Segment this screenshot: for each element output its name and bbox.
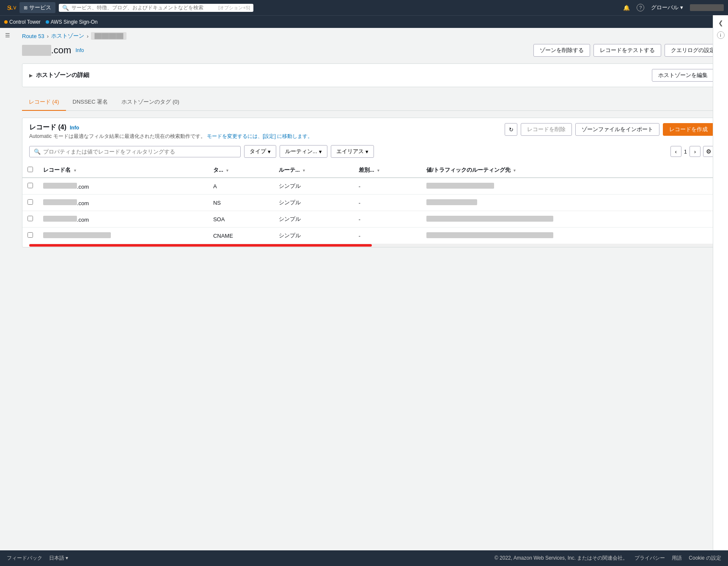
sub-nav-control-tower[interactable]: Control Tower [4, 19, 41, 25]
tab-tags[interactable]: ホストゾーンのタグ (0) [115, 94, 186, 111]
filter-type-button[interactable]: タイプ ▾ [244, 145, 276, 158]
services-label: サービス [29, 4, 51, 11]
sso-dot [46, 20, 49, 24]
page-header: ████.com Info ゾーンを削除する レコードをテストする クエリログの… [15, 44, 728, 63]
row2-diff: - [354, 195, 421, 211]
record-search-box[interactable]: 🔍 [29, 146, 241, 157]
row1-checkbox[interactable] [27, 183, 33, 188]
row2-name: .com [38, 195, 208, 211]
records-settings-link[interactable]: モードを変更するには、[設定] に移動します。 [207, 133, 313, 139]
notification-icon[interactable]: 🔔 [623, 5, 630, 11]
row3-checkbox[interactable] [27, 216, 33, 221]
host-zone-header[interactable]: ▶ ホストゾーンの詳細 ホストゾーンを編集 [22, 64, 721, 87]
create-record-button[interactable]: レコードを作成 [663, 123, 714, 136]
records-header: レコード (4) Info Automatic モードは最適なフィルタ結果に最適… [22, 118, 721, 145]
panel-info-button[interactable]: i [717, 31, 725, 39]
search-box[interactable]: 🔍 [オプション+S] [59, 4, 253, 12]
records-info-badge[interactable]: Info [70, 125, 79, 131]
edit-host-zone-button[interactable]: ホストゾーンを編集 [652, 69, 714, 82]
page-header-actions: ゾーンを削除する レコードをテストする クエリログの設定 [533, 44, 721, 57]
right-panel: ❮ i [713, 15, 728, 254]
filter-routing-arrow: ▾ [319, 148, 322, 155]
row4-checkbox[interactable] [27, 232, 33, 238]
row4-checkbox-cell [22, 228, 38, 244]
search-input[interactable] [71, 5, 216, 11]
tabs: レコード (4) DNSSEC 署名 ホストゾーンのタグ (0) [22, 94, 721, 111]
row1-routing: シンプル [274, 178, 354, 195]
records-actions: ↻ レコードを削除 ゾーンファイルをインポート レコードを作成 [505, 123, 714, 136]
row1-type: A [208, 178, 274, 195]
records-subtitle: Automatic モードは最適なフィルタ結果に最適化された現在の検索動作です。… [29, 133, 313, 140]
records-header-left: レコード (4) Info Automatic モードは最適なフィルタ結果に最適… [29, 123, 313, 140]
filter-alias-button[interactable]: エイリアス ▾ [331, 145, 374, 158]
breadcrumb-route53[interactable]: Route 53 [22, 33, 44, 39]
help-icon[interactable]: ? [637, 4, 644, 11]
sort-routing-icon: ▾ [303, 168, 305, 173]
select-all-checkbox[interactable] [27, 167, 33, 172]
hamburger-icon: ☰ [5, 32, 10, 38]
row4-name [38, 228, 208, 244]
test-record-button[interactable]: レコードをテストする [593, 44, 661, 57]
row3-type: SOA [208, 211, 274, 228]
row3-routing: シンプル [274, 211, 354, 228]
table-row: CNAME シンプル - [22, 228, 721, 244]
panel-collapse-button[interactable]: ❮ [718, 19, 723, 26]
global-selector[interactable]: グローバル ▾ [651, 4, 683, 11]
page-title: ████.com [22, 45, 71, 56]
delete-zone-button[interactable]: ゾーンを削除する [533, 44, 590, 57]
row3-value [421, 211, 721, 228]
table-row: .com SOA シンプル - [22, 211, 721, 228]
page-number: 1 [684, 148, 687, 155]
sub-nav-sso[interactable]: AWS Single Sign-On [46, 19, 98, 25]
horizontal-scrollbar[interactable] [29, 244, 714, 247]
records-table: レコード名 ▾ タ... ▾ ルーテ... ▾ 差別... [22, 163, 721, 244]
breadcrumb-sep-2: › [87, 33, 88, 39]
table-row: .com A シンプル - [22, 178, 721, 195]
row4-routing: シンプル [274, 228, 354, 244]
breadcrumb: Route 53 › ホストゾーン › ████████ [15, 28, 728, 44]
aws-logo [4, 4, 16, 11]
sidebar-toggle[interactable]: ☰ [0, 28, 15, 43]
refresh-icon: ↻ [509, 126, 514, 133]
row4-diff: - [354, 228, 421, 244]
header-checkbox-col [22, 163, 38, 178]
tab-records[interactable]: レコード (4) [22, 94, 66, 111]
header-type: タ... ▾ [208, 163, 274, 178]
top-nav: ⊞ サービス 🔍 [オプション+S] 🔔 ? グローバル ▾ [0, 0, 728, 15]
prev-page-button[interactable]: ‹ [670, 146, 681, 157]
info-badge-title[interactable]: Info [75, 47, 84, 53]
records-section: レコード (4) Info Automatic モードは最適なフィルタ結果に最適… [22, 118, 721, 247]
host-zone-title-text: ホストゾーンの詳細 [36, 71, 89, 79]
row4-type: CNAME [208, 228, 274, 244]
filter-alias-arrow: ▾ [365, 148, 368, 155]
row1-diff: - [354, 178, 421, 195]
record-search-input[interactable] [43, 148, 236, 155]
breadcrumb-hosted-zones[interactable]: ホストゾーン [51, 32, 84, 40]
row2-checkbox[interactable] [27, 199, 33, 205]
scrollbar-thumb [29, 244, 372, 247]
breadcrumb-current: ████████ [91, 32, 126, 40]
search-icon-records: 🔍 [34, 148, 41, 155]
sort-value-icon: ▾ [514, 168, 516, 173]
sso-label: AWS Single Sign-On [51, 19, 98, 25]
row1-name: .com [38, 178, 208, 195]
search-hint: [オプション+S] [218, 5, 250, 11]
tab-dnssec[interactable]: DNSSEC 署名 [66, 94, 115, 111]
sort-name-icon: ▾ [74, 168, 76, 173]
import-zone-button[interactable]: ゾーンファイルをインポート [575, 123, 659, 136]
next-page-button[interactable]: › [690, 146, 701, 157]
main-content: Route 53 › ホストゾーン › ████████ ████.com In… [15, 28, 728, 254]
main-layout: ☰ Route 53 › ホストゾーン › ████████ ████.com … [0, 28, 728, 254]
row1-checkbox-cell [22, 178, 38, 195]
filter-routing-button[interactable]: ルーティン... ▾ [280, 145, 327, 158]
row2-value [421, 195, 721, 211]
delete-record-button[interactable]: レコードを削除 [521, 123, 572, 136]
records-title: レコード (4) Info [29, 123, 313, 132]
refresh-button[interactable]: ↻ [505, 123, 517, 136]
header-diff: 差別... ▾ [354, 163, 421, 178]
services-button[interactable]: ⊞ サービス [19, 2, 55, 13]
sort-diff-icon: ▾ [377, 168, 379, 173]
row2-routing: シンプル [274, 195, 354, 211]
control-tower-dot [4, 20, 8, 24]
host-zone-title: ▶ ホストゾーンの詳細 [29, 71, 89, 79]
